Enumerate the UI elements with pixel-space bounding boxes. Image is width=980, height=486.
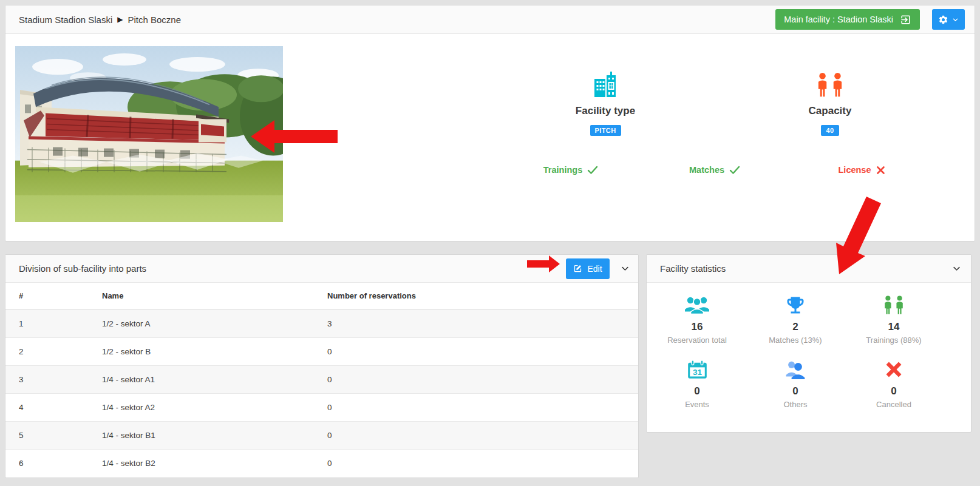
- stat-label: Cancelled: [876, 400, 911, 409]
- breadcrumb-subfacility: Pitch Boczne: [128, 15, 181, 25]
- statistics-title: Facility statistics: [660, 263, 726, 274]
- row-name: 1/4 - sektor B1: [96, 421, 321, 449]
- facility-photo: [15, 46, 283, 222]
- table-header-row: # Name Number of reservations: [5, 283, 638, 309]
- trainings-flag: Trainings: [522, 165, 619, 175]
- column-header-reservations: Number of reservations: [321, 283, 638, 309]
- stat-reservation-total: 16 Reservation total: [648, 292, 746, 345]
- table-row: 3 1/4 - sektor A1 0: [5, 365, 638, 393]
- matches-flag-label: Matches: [689, 165, 724, 175]
- svg-text:31: 31: [692, 367, 702, 376]
- license-flag: License: [813, 165, 910, 175]
- statistics-card-header: Facility statistics: [647, 255, 971, 283]
- breadcrumb-separator-icon: ▶: [117, 15, 123, 24]
- main-facility-button[interactable]: Main facility : Stadion Slaski: [775, 9, 920, 30]
- column-header-name: Name: [96, 283, 321, 309]
- x-mark-icon: [876, 166, 885, 175]
- cancelled-x-icon: [885, 357, 902, 382]
- row-index: 5: [5, 421, 96, 449]
- gear-icon: [938, 15, 948, 25]
- table-row: 1 1/2 - sektor A 3: [5, 309, 638, 337]
- stat-label: Reservation total: [667, 336, 727, 345]
- capacity-block: Capacity 40: [769, 70, 891, 136]
- capacity-badge: 40: [821, 125, 839, 136]
- facility-type-block: Facility type PITCH: [545, 70, 666, 136]
- top-bar: Stadium Stadion Slaski ▶ Pitch Boczne Ma…: [5, 5, 975, 34]
- stat-value: 0: [891, 385, 896, 397]
- breadcrumb-facility[interactable]: Stadium Stadion Slaski: [19, 15, 112, 25]
- stat-value: 14: [888, 321, 900, 333]
- row-name: 1/2 - sektor B: [96, 337, 321, 365]
- stat-value: 0: [694, 385, 699, 397]
- row-reservations: 3: [321, 309, 638, 337]
- exit-icon: [900, 14, 911, 25]
- edit-button-label: Edit: [587, 264, 602, 274]
- facility-overview-card: Stadium Stadion Slaski ▶ Pitch Boczne Ma…: [5, 5, 975, 241]
- stat-label: Matches (13%): [769, 336, 822, 345]
- chevron-down-icon: [952, 16, 959, 23]
- chevron-down-icon: [621, 264, 630, 273]
- calendar-icon: 31: [687, 357, 707, 382]
- edit-icon: [573, 264, 582, 273]
- capacity-people-icon: [817, 70, 843, 98]
- stat-label: Events: [685, 400, 709, 409]
- row-name: 1/4 - sektor A2: [96, 393, 321, 421]
- edit-button[interactable]: Edit: [566, 258, 610, 279]
- statistics-collapse-toggle[interactable]: [951, 263, 962, 274]
- group-icon: [684, 292, 710, 318]
- statistics-card: Facility statistics: [646, 254, 971, 433]
- chevron-down-icon: [952, 264, 961, 273]
- trainings-flag-label: Trainings: [543, 165, 582, 175]
- table-row: 2 1/2 - sektor B 0: [5, 337, 638, 365]
- row-reservations: 0: [321, 337, 638, 365]
- check-icon: [729, 166, 740, 175]
- row-reservations: 0: [321, 365, 638, 393]
- capacity-label: Capacity: [809, 105, 852, 117]
- sub-facility-table: # Name Number of reservations 1 1/2 - se…: [5, 283, 638, 477]
- matches-flag: Matches: [666, 165, 763, 175]
- division-card-header: Division of sub-facility into parts Edit: [5, 255, 638, 283]
- facility-page: Stadium Stadion Slaski ▶ Pitch Boczne Ma…: [0, 0, 980, 486]
- top-bar-actions: Main facility : Stadion Slaski: [775, 9, 965, 30]
- column-header-index: #: [5, 283, 96, 309]
- stat-events: 31 0 Events: [648, 357, 746, 409]
- division-title: Division of sub-facility into parts: [19, 263, 146, 274]
- stat-label: Trainings (88%): [866, 336, 921, 345]
- row-name: 1/4 - sektor A1: [96, 365, 321, 393]
- row-reservations: 0: [321, 449, 638, 477]
- facility-type-label: Facility type: [576, 105, 635, 117]
- row-index: 2: [5, 337, 96, 365]
- stat-value: 0: [792, 385, 798, 397]
- stat-matches: 2 Matches (13%): [746, 292, 845, 345]
- license-flag-label: License: [839, 165, 871, 175]
- main-facility-button-label: Main facility : Stadion Slaski: [784, 15, 893, 24]
- stat-others: 0 Others: [746, 357, 845, 409]
- division-collapse-toggle[interactable]: [619, 263, 631, 274]
- division-card: Division of sub-facility into parts Edit: [5, 254, 639, 478]
- statistics-body: 16 Reservation total 2 Matches (13%): [647, 283, 971, 409]
- table-row: 4 1/4 - sektor A2 0: [5, 393, 638, 421]
- table-row: 6 1/4 - sektor B2 0: [5, 449, 638, 477]
- stat-value: 16: [692, 321, 703, 333]
- others-person-icon: [785, 357, 806, 382]
- row-index: 6: [5, 449, 96, 477]
- facility-type-badge: PITCH: [590, 125, 621, 136]
- row-name: 1/2 - sektor A: [96, 309, 321, 337]
- stat-value: 2: [792, 321, 798, 333]
- settings-dropdown-button[interactable]: [932, 9, 965, 30]
- stat-cancelled: 0 Cancelled: [845, 357, 943, 409]
- stat-trainings: 14 Trainings (88%): [845, 292, 943, 345]
- stat-label: Others: [783, 400, 807, 409]
- row-index: 1: [5, 309, 96, 337]
- row-index: 4: [5, 393, 96, 421]
- row-index: 3: [5, 365, 96, 393]
- row-name: 1/4 - sektor B2: [96, 449, 321, 477]
- trophy-icon: [784, 292, 806, 318]
- check-icon: [587, 166, 598, 175]
- row-reservations: 0: [321, 421, 638, 449]
- breadcrumb: Stadium Stadion Slaski ▶ Pitch Boczne: [19, 15, 181, 25]
- buildings-icon: [591, 70, 619, 98]
- row-reservations: 0: [321, 393, 638, 421]
- table-row: 5 1/4 - sektor B1 0: [5, 421, 638, 449]
- trainings-people-icon: [883, 292, 904, 318]
